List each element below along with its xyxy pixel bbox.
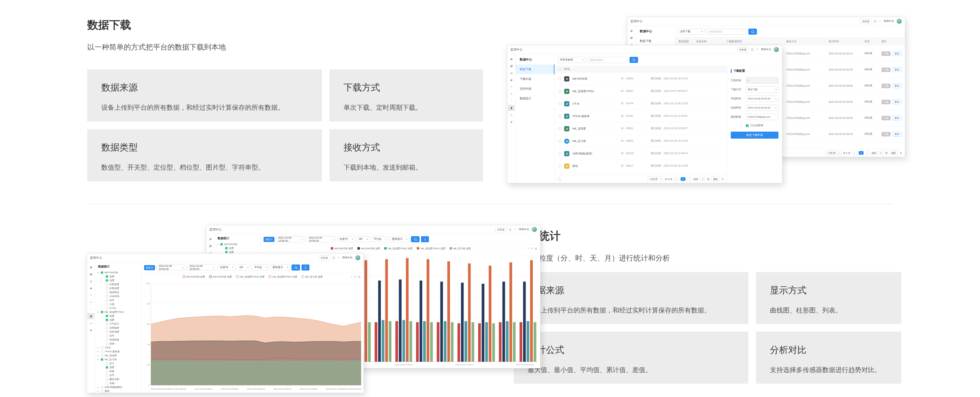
- tree-checkbox[interactable]: [225, 247, 228, 249]
- bell-icon[interactable]: Ω: [332, 256, 335, 260]
- bell-icon[interactable]: Ω: [751, 48, 753, 51]
- quick-range-chip[interactable]: 自定义: [264, 237, 275, 242]
- rail-icon[interactable]: ▦: [508, 63, 515, 69]
- rail-icon[interactable]: ◉: [88, 264, 94, 270]
- chart-tool-icon[interactable]: ▤: [535, 247, 537, 250]
- next-page-button[interactable]: ›: [687, 177, 692, 181]
- tree-node[interactable]: 电池电量: [95, 338, 142, 342]
- tree-checkbox[interactable]: [106, 339, 108, 341]
- rail-icon[interactable]: ▭: [508, 112, 515, 118]
- field-input[interactable]: 2021-04-09 00:00:00 ◷: [746, 105, 778, 111]
- tree-node[interactable]: 光照强度: [95, 330, 142, 334]
- download-button[interactable]: 下载: [881, 116, 891, 121]
- download-button[interactable]: 下载: [881, 100, 891, 104]
- interval-select[interactable]: 1时▾: [237, 264, 250, 270]
- trial-button[interactable]: 体验版: [495, 227, 507, 232]
- legend-item[interactable]: NB_温湿度TP502 温度: [384, 247, 412, 250]
- field-input[interactable]: 单次下载 ▾: [746, 86, 778, 93]
- tree-node[interactable]: 大气压力: [95, 322, 142, 326]
- group-checkbox[interactable]: [558, 68, 561, 71]
- download-chart-button[interactable]: ⇩: [302, 264, 309, 270]
- field-input[interactable]: 476212756@qq.com: [746, 114, 778, 120]
- support-icon[interactable]: ◠: [878, 20, 881, 23]
- page-size-select[interactable]: 10条/页 ▾: [826, 151, 841, 155]
- language-switch[interactable]: 简体中文: [519, 228, 529, 231]
- sidebar-item[interactable]: 下载列表: [515, 74, 554, 84]
- formula-select[interactable]: 平均值▾: [371, 236, 388, 242]
- chart-tool-icon[interactable]: ⇩: [527, 247, 529, 250]
- legend-item[interactable]: NB_压力表 温度: [450, 247, 471, 250]
- tree-node[interactable]: 湿度: [95, 318, 142, 322]
- rail-icon[interactable]: ∿: [508, 91, 515, 97]
- rail-icon[interactable]: ▦: [88, 271, 94, 277]
- chart-tool-icon[interactable]: ↻: [531, 247, 533, 250]
- select-all-checkbox[interactable]: [558, 178, 560, 181]
- current-page[interactable]: 1: [859, 151, 864, 155]
- device-checkbox[interactable]: [558, 165, 561, 167]
- field-input[interactable]: 0: [746, 77, 778, 84]
- bell-icon[interactable]: Ω: [509, 228, 511, 231]
- tree-node[interactable]: ▸ NB_温湿度: [95, 354, 142, 357]
- tree-node[interactable]: ▸ 测试: [95, 389, 142, 393]
- jump-input[interactable]: 1: [878, 151, 883, 155]
- rail-icon[interactable]: ▦: [628, 35, 635, 41]
- delete-button[interactable]: 删除: [892, 67, 902, 72]
- tree-node[interactable]: ▾ NB_温湿度TP502: [95, 310, 142, 314]
- legend-item[interactable]: NB_温湿度TP502 湿度: [269, 275, 297, 278]
- device-checkbox[interactable]: [558, 152, 561, 155]
- rail-icon[interactable]: ◈: [88, 327, 94, 333]
- rail-icon[interactable]: ∿: [88, 299, 94, 305]
- device-row[interactable]: ▤ NB_压力表 ID：93923 最后更新：2021-02-26 16:19:…: [555, 135, 727, 148]
- legend-item[interactable]: NB_温湿度TP502 湿度: [417, 247, 445, 250]
- tree-checkbox[interactable]: [106, 335, 108, 337]
- language-switch[interactable]: 简体中文: [884, 19, 894, 23]
- rail-icon[interactable]: ◉: [628, 28, 635, 34]
- rail-icon[interactable]: ◉: [207, 236, 214, 242]
- start-time-input[interactable]: 2021-04-08 19:56:00◷: [276, 236, 305, 242]
- device-row[interactable]: ▤ TP422-超电表 ID：91497 最后更新：2021-01-22 11:…: [555, 110, 727, 122]
- sidebar-item[interactable]: 数据下载: [636, 36, 675, 46]
- interval-select[interactable]: 1时▾: [356, 236, 370, 242]
- tree-node[interactable]: 外部温度: [95, 283, 142, 286]
- confirm-button[interactable]: 确定: [889, 151, 898, 155]
- avatar[interactable]: [531, 227, 537, 232]
- device-row[interactable]: ▤ 合和2电能(虚拟) ID：96129 最后更新：2021-03-19 14:…: [555, 148, 727, 160]
- tree-node[interactable]: ICCID: [95, 306, 142, 310]
- device-row[interactable]: ▤ NB_温湿度 ID：93921 最后更新：2021-02-26 16:06:…: [555, 122, 727, 135]
- tree-checkbox[interactable]: [106, 366, 108, 369]
- tree-node[interactable]: ▸ TP422-超电表: [95, 349, 142, 354]
- delete-button[interactable]: 删除: [892, 83, 902, 88]
- device-checkbox[interactable]: [558, 90, 561, 93]
- tree-checkbox[interactable]: [106, 374, 108, 376]
- device-checkbox[interactable]: [558, 127, 561, 130]
- search-button[interactable]: [630, 57, 638, 63]
- rail-icon[interactable]: ◓: [508, 84, 515, 90]
- legend-item[interactable]: METER仪表 湿度: [210, 275, 232, 278]
- tree-arrow-icon[interactable]: ▾: [217, 243, 219, 246]
- rail-icon[interactable]: ▮: [508, 105, 515, 111]
- page-size-select[interactable]: 10条/页 ▾: [648, 176, 663, 181]
- language-switch[interactable]: 简体中文: [342, 256, 353, 260]
- device-checkbox[interactable]: [558, 115, 561, 118]
- rail-icon[interactable]: ◈: [508, 119, 515, 125]
- granularity-select[interactable]: 粒度 时▾: [337, 236, 355, 242]
- tree-checkbox[interactable]: [106, 275, 108, 278]
- chart-tool-icon[interactable]: ▤: [358, 275, 361, 278]
- support-icon[interactable]: ◠: [337, 256, 340, 260]
- tree-node[interactable]: 信号: [95, 334, 142, 338]
- download-button[interactable]: 下载: [881, 67, 891, 72]
- rail-icon[interactable]: ▮: [88, 313, 94, 319]
- legend-item[interactable]: METER仪表 温度: [331, 247, 353, 250]
- next-page-button[interactable]: ›: [865, 151, 870, 155]
- legend-item[interactable]: NB_压力表 温度: [302, 275, 323, 278]
- sidebar-item[interactable]: 数据统计: [515, 94, 554, 103]
- tree-node[interactable]: 温度: [95, 365, 142, 369]
- delete-button[interactable]: 删除: [892, 132, 902, 137]
- search-button[interactable]: [411, 236, 420, 242]
- tree-arrow-icon[interactable]: ▸: [97, 346, 100, 349]
- tree-arrow-icon[interactable]: ▸: [97, 390, 100, 392]
- tree-node[interactable]: 温度: [215, 246, 261, 250]
- search-input[interactable]: [706, 29, 746, 35]
- rail-icon[interactable]: ◎: [88, 278, 94, 284]
- rail-icon[interactable]: ◉: [508, 56, 515, 62]
